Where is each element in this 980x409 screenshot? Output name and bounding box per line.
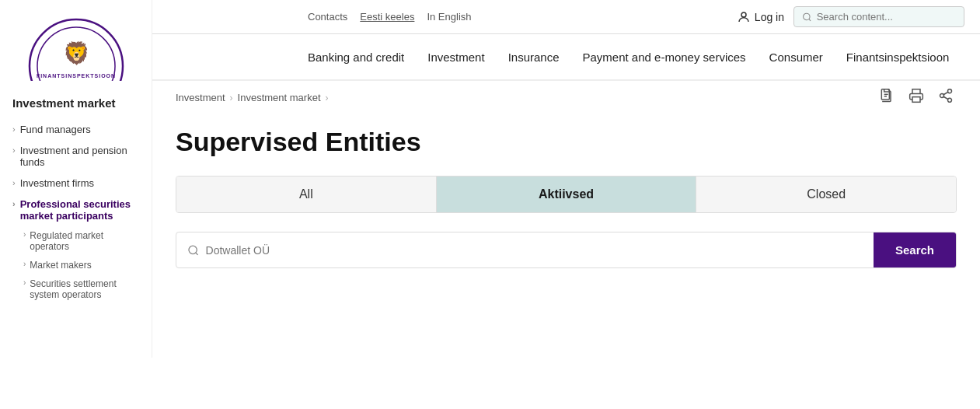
user-icon: [737, 10, 751, 24]
lang-en-link[interactable]: In English: [427, 11, 471, 23]
header-search-box[interactable]: [793, 6, 964, 27]
svg-line-18: [196, 253, 198, 255]
sidebar-item-label: Fund managers: [20, 124, 91, 135]
chevron-icon: ›: [23, 260, 26, 268]
chevron-icon: ›: [12, 199, 16, 208]
svg-point-6: [804, 13, 810, 19]
sidebar-sub-item-label: Securities settlement system operators: [30, 278, 139, 300]
svg-point-17: [189, 246, 197, 253]
nav-insurance[interactable]: Insurance: [508, 37, 560, 78]
chevron-icon: ›: [23, 230, 26, 239]
tab-all[interactable]: All: [176, 177, 437, 212]
sidebar-item-label: Professional securities market participa…: [20, 198, 139, 222]
action-icons: [876, 85, 957, 110]
sidebar-title: Investment market: [0, 96, 152, 119]
nav-banking[interactable]: Banking and credit: [308, 37, 404, 78]
sidebar-item-fund-managers[interactable]: › Fund managers: [0, 119, 152, 140]
svg-line-7: [809, 19, 811, 20]
header-search-icon: [802, 12, 812, 23]
main-nav: Banking and credit Investment Insurance …: [152, 34, 980, 81]
tab-closed[interactable]: Closed: [696, 177, 956, 212]
layout: Investment market › Fund managers › Inve…: [0, 81, 980, 358]
svg-point-5: [741, 12, 746, 17]
top-bar-left: Contacts Eesti keeles In English: [308, 11, 472, 23]
sidebar-item-investment-firms[interactable]: › Investment firms: [0, 173, 152, 194]
breadcrumb-investment[interactable]: Investment: [176, 92, 225, 103]
svg-point-14: [948, 98, 952, 102]
sidebar-item-professional-securities[interactable]: › Professional securities market partici…: [0, 194, 152, 226]
chevron-icon: ›: [12, 145, 16, 155]
nav-consumer[interactable]: Consumer: [769, 37, 823, 78]
sidebar-item-pension-funds[interactable]: › Investment and pension funds: [0, 140, 152, 173]
svg-line-15: [943, 96, 948, 99]
tabs-container: All Aktiivsed Closed: [176, 176, 957, 213]
chevron-icon: ›: [12, 178, 16, 187]
sidebar-sub-item-securities-settlement[interactable]: › Securities settlement system operators: [0, 274, 152, 304]
entity-search-button[interactable]: Search: [874, 232, 956, 267]
header-search-input[interactable]: [817, 11, 956, 23]
chevron-icon: ›: [12, 124, 16, 134]
svg-point-12: [948, 89, 952, 93]
sidebar: Investment market › Fund managers › Inve…: [0, 81, 152, 358]
svg-text:FINANTSINSPEKTSIOON: FINANTSINSPEKTSIOON: [36, 73, 115, 79]
login-label: Log in: [755, 11, 784, 23]
breadcrumb-investment-market[interactable]: Investment market: [238, 92, 321, 103]
top-bar: Contacts Eesti keeles In English Log in: [152, 0, 980, 34]
lang-et-link[interactable]: Eesti keeles: [360, 11, 414, 23]
sidebar-sub-item-label: Market makers: [30, 260, 91, 271]
page-title: Supervised Entities: [176, 127, 957, 157]
print-icon: [909, 88, 924, 103]
pdf-button[interactable]: [876, 85, 898, 110]
entity-search-icon: [187, 244, 200, 257]
entity-search-input[interactable]: [206, 244, 863, 257]
entity-search-input-wrap: [176, 236, 874, 264]
sidebar-sub-item-regulated[interactable]: › Regulated market operators: [0, 226, 152, 256]
tab-aktiivsed[interactable]: Aktiivsed: [437, 177, 697, 212]
main-content: Investment › Investment market ›: [152, 81, 980, 358]
top-bar-right: Log in: [737, 6, 964, 27]
entity-search-bar: Search: [176, 232, 957, 268]
print-button[interactable]: [905, 85, 927, 110]
contacts-link[interactable]: Contacts: [308, 11, 347, 23]
nav-investment[interactable]: Investment: [427, 37, 484, 78]
breadcrumb: Investment › Investment market ›: [176, 81, 329, 114]
sidebar-sub-item-market-makers[interactable]: › Market makers: [0, 256, 152, 274]
sidebar-item-label: Investment and pension funds: [20, 145, 139, 168]
breadcrumb-sep-1: ›: [230, 93, 233, 103]
svg-rect-11: [912, 97, 920, 103]
nav-fi[interactable]: Finantsinspektsioon: [846, 37, 950, 78]
share-icon: [938, 88, 954, 103]
login-button[interactable]: Log in: [737, 10, 784, 24]
breadcrumb-row: Investment › Investment market ›: [176, 81, 957, 114]
share-button[interactable]: [935, 85, 957, 110]
chevron-icon: ›: [23, 278, 26, 287]
breadcrumb-sep-2: ›: [326, 93, 329, 103]
svg-text:🦁: 🦁: [62, 40, 89, 66]
sidebar-item-label: Investment firms: [20, 177, 94, 189]
sidebar-sub-item-label: Regulated market operators: [30, 230, 139, 252]
pdf-icon: [879, 88, 895, 103]
nav-payment[interactable]: Payment and e-money services: [583, 37, 746, 78]
svg-line-16: [943, 92, 948, 94]
svg-point-13: [940, 94, 944, 98]
